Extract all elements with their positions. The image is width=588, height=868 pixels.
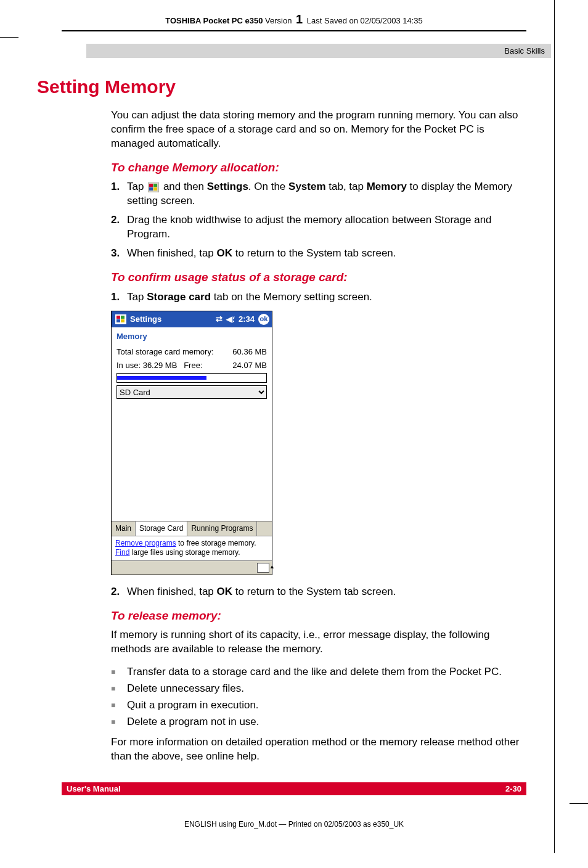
windows-start-icon[interactable] — [115, 314, 126, 324]
usage-row: In use: 36.29 MB Free: 24.07 MB — [116, 360, 267, 371]
release-outro: For more information on detailed operati… — [111, 735, 526, 764]
pda-time: 2:34 — [239, 314, 255, 325]
step-2c-text: When finished, tap OK to return to the S… — [127, 585, 526, 599]
keyboard-icon[interactable] — [257, 563, 269, 573]
step-1-text: Tap and then Settings. On the System tab… — [127, 180, 526, 208]
page-header: TOSHIBA Pocket PC e350 Version 1 Last Sa… — [37, 12, 551, 27]
step-1b-text: Tap Storage card tab on the Memory setti… — [127, 290, 526, 305]
step-number: 2. — [111, 213, 127, 242]
svg-rect-7 — [121, 316, 125, 319]
remove-programs-link[interactable]: Remove programs — [115, 539, 176, 547]
bullet-4: Delete a program not in use. — [127, 715, 259, 729]
card-selector[interactable]: SD Card — [116, 385, 267, 399]
footer-bar: User's Manual 2-30 — [62, 782, 526, 795]
pda-tabs: Main Storage Card Running Programs — [112, 521, 272, 536]
bullet-2: Delete unnecessary files. — [127, 682, 244, 696]
section-bar: Basic Skills — [86, 44, 551, 58]
version-number: 1 — [296, 12, 303, 26]
bullet-3: Quit a program in execution. — [127, 698, 259, 713]
step-3-text: When finished, tap OK to return to the S… — [127, 247, 526, 261]
footer-right: 2-30 — [505, 784, 521, 793]
pocketpc-screenshot: Settings ⇄ ◀؛ 2:34 ok Memory Total stora… — [111, 311, 272, 575]
step-number: 2. — [111, 585, 127, 599]
svg-rect-4 — [153, 187, 157, 190]
saved-text: Last Saved on 02/05/2003 14:35 — [307, 16, 423, 25]
svg-rect-8 — [116, 319, 120, 322]
speaker-icon[interactable]: ◀؛ — [226, 314, 235, 325]
usage-bar — [116, 373, 267, 383]
bullet-1: Transfer data to a storage card and the … — [127, 665, 502, 679]
windows-start-icon — [148, 182, 159, 192]
svg-rect-2 — [153, 184, 157, 187]
svg-rect-6 — [116, 316, 120, 319]
intro-paragraph: You can adjust the data storing memory a… — [111, 108, 526, 151]
product-name: TOSHIBA Pocket PC e350 — [165, 16, 263, 25]
pda-title: Settings — [130, 314, 161, 325]
svg-rect-1 — [149, 184, 153, 187]
print-footer: ENGLISH using Euro_M.dot — Printed on 02… — [37, 820, 551, 829]
sip-row — [112, 560, 272, 575]
svg-rect-3 — [149, 187, 153, 190]
release-intro: If memory is running short of its capaci… — [111, 628, 526, 657]
step-number: 1. — [111, 180, 127, 208]
step-number: 3. — [111, 247, 127, 261]
tab-main[interactable]: Main — [112, 522, 136, 535]
pda-titlebar: Settings ⇄ ◀؛ 2:34 ok — [112, 311, 272, 327]
page-title: Setting Memory — [37, 76, 551, 97]
footer-left: User's Manual — [67, 784, 121, 793]
step-2-text: Drag the knob widthwise to adjust the me… — [127, 213, 526, 242]
tab-running-programs[interactable]: Running Programs — [187, 522, 257, 535]
tab-storage-card[interactable]: Storage Card — [136, 522, 187, 535]
svg-rect-9 — [121, 319, 125, 322]
connectivity-icon[interactable]: ⇄ — [216, 314, 223, 325]
total-memory-row: Total storage card memory: 60.36 MB — [116, 346, 267, 358]
version-label: Version — [265, 16, 292, 25]
subheading-release: To release memory: — [111, 608, 526, 624]
memory-heading: Memory — [112, 327, 272, 342]
subheading-storage-card: To confirm usage status of a storage car… — [111, 269, 526, 285]
header-rule — [62, 30, 526, 31]
step-number: 1. — [111, 290, 127, 305]
ok-button[interactable]: ok — [258, 314, 269, 325]
find-link[interactable]: Find — [115, 548, 129, 557]
pda-link-area: Remove programs to free storage memory. … — [112, 536, 272, 560]
subheading-allocation: To change Memory allocation: — [111, 160, 526, 176]
